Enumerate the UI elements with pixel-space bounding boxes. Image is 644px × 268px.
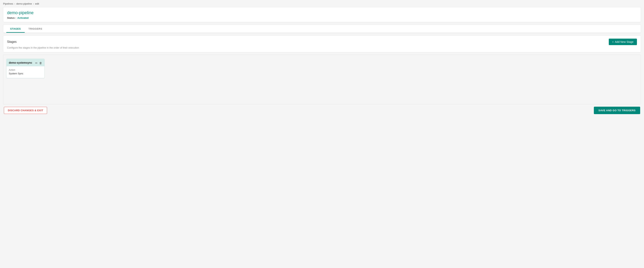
status-label: Status : xyxy=(7,16,16,19)
stage-edit-button[interactable]: ✏ xyxy=(35,62,38,64)
add-stage-button[interactable]: + Add New Stage xyxy=(609,39,637,45)
stage-name: demo-systemsync xyxy=(9,61,34,64)
stage-action-label: Action xyxy=(9,69,42,71)
breadcrumb-sep-1: › xyxy=(14,2,15,5)
discard-button[interactable]: DISCARD CHANGES & EXIT xyxy=(4,107,47,114)
tab-stages[interactable]: STAGES xyxy=(6,25,25,33)
breadcrumb-pipelines[interactable]: Pipelines xyxy=(3,2,13,5)
stages-section: Stages + Add New Stage Configure the sta… xyxy=(3,35,641,52)
footer-bar: DISCARD CHANGES & EXIT SAVE AND GO TO TR… xyxy=(3,104,641,114)
stage-card-body: Action System Sync xyxy=(6,66,44,78)
stage-actions: ✏ 🗑 xyxy=(35,61,42,64)
pencil-icon: ✏ xyxy=(35,61,38,65)
breadcrumb: Pipelines › demo-pipeline › edit xyxy=(3,2,641,5)
stage-card-header: demo-systemsync ✏ 🗑 xyxy=(6,59,44,66)
stage-action-value: System Sync xyxy=(9,72,42,75)
stages-description: Configure the stages in the pipeline in … xyxy=(7,46,637,49)
tab-triggers[interactable]: TRIGGERS xyxy=(25,25,46,33)
pipeline-title: demo-pipeline xyxy=(7,10,637,15)
add-stage-label: Add New Stage xyxy=(615,40,634,43)
status-value: Activated xyxy=(18,16,29,19)
stage-delete-button[interactable]: 🗑 xyxy=(39,62,42,64)
header-card: demo-pipeline Status : Activated xyxy=(3,7,641,22)
status-row: Status : Activated xyxy=(7,16,637,19)
stage-card: demo-systemsync ✏ 🗑 Action System Sync xyxy=(6,59,44,78)
add-stage-icon: + xyxy=(612,40,614,43)
breadcrumb-edit: edit xyxy=(35,2,39,5)
breadcrumb-sep-2: › xyxy=(33,2,34,5)
stages-content-area: demo-systemsync ✏ 🗑 Action System Sync xyxy=(3,55,641,104)
tabs-header: STAGES TRIGGERS xyxy=(3,25,641,33)
stages-top-row: Stages + Add New Stage xyxy=(7,39,637,45)
save-triggers-button[interactable]: SAVE AND GO TO TRIGGERS xyxy=(594,107,640,114)
stages-heading: Stages xyxy=(7,40,17,44)
breadcrumb-demo-pipeline[interactable]: demo-pipeline xyxy=(16,2,32,5)
tabs-card: STAGES TRIGGERS xyxy=(3,24,641,33)
trash-icon: 🗑 xyxy=(39,61,42,65)
